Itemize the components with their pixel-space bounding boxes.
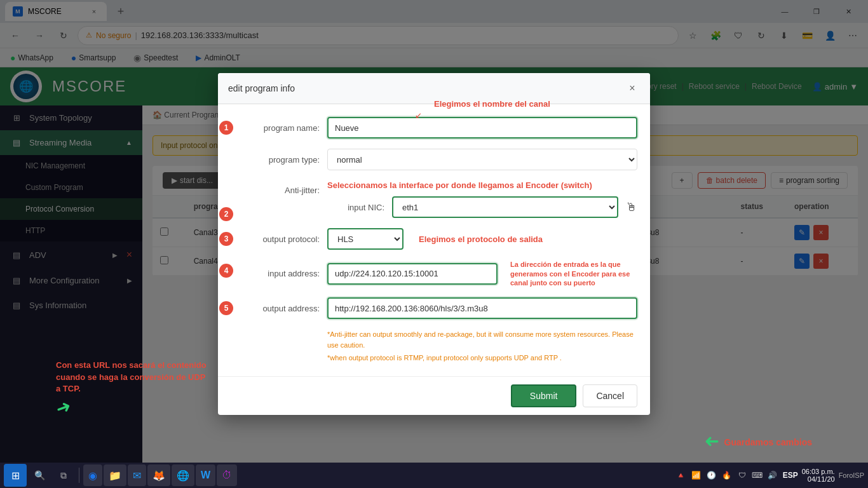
explorer-icon: 📁 [109, 470, 121, 482]
input-address-row: 4 input address: La dirección de entrada… [231, 260, 637, 287]
anti-jitter-row: 2 Anti-jitter: Seleccionamos la interfac… [231, 180, 637, 218]
taskbar-right: 🔺 📶 🕐 🔥 🛡 ⌨ 🔊 ESP 06:03 p.m. 04/11/20 Fo… [675, 468, 864, 483]
edge-icon: ◉ [88, 470, 97, 482]
input-address-label: input address: [231, 269, 320, 278]
extra-app-icon: ⏱ [222, 470, 232, 481]
fire-icon: 🔥 [721, 469, 733, 482]
taskview-button[interactable]: ⧉ [52, 464, 75, 487]
program-type-label: program type: [231, 155, 320, 165]
output-address-label: output address: [231, 304, 320, 313]
taskbar-app-word[interactable]: W [196, 464, 215, 486]
step4-badge: 4 [219, 264, 233, 278]
shield-tray-icon: 🛡 [736, 469, 749, 482]
step2-badge: 2 [219, 207, 233, 221]
step3-badge: 3 [219, 232, 233, 246]
modal-note1: *Anti-jitter can output smoothly and re-… [231, 329, 637, 350]
input-nic-sub-row: input NIC: eth1 eth0 🖱 [327, 196, 637, 218]
step1-annotation: Elegimos el nombre del canal [434, 99, 550, 109]
step5-annotation-text: Con esta URL nos sacará el contenido cua… [56, 360, 208, 395]
modal-overlay: edit program info × 1 program name: Eleg… [0, 0, 868, 488]
modal-note2: *when output protocol is RTMP, input pro… [231, 353, 637, 363]
firefox-icon: 🦊 [153, 470, 165, 482]
program-name-label: program name: [231, 123, 320, 133]
modal-footer: Submit Cancel [218, 376, 650, 415]
anti-jitter-label: Anti-jitter: [231, 186, 320, 195]
windows-icon: ⊞ [11, 470, 20, 482]
step5-arrow-icon: ➜ [53, 395, 74, 420]
step4-annotation-text: La dirección de entrada es la que genera… [510, 261, 630, 287]
step1-annotation-text: Elegimos el nombre del canal [434, 99, 550, 109]
tray-icons: 🔺 📶 🕐 🔥 🛡 ⌨ 🔊 [675, 469, 779, 482]
step1-badge: 1 [219, 121, 233, 135]
input-nic-select[interactable]: eth1 eth0 [392, 196, 618, 218]
program-type-row: program type: normal H.264 [231, 149, 637, 170]
taskbar-date: 04/11/20 [802, 475, 835, 483]
clock-tray-icon: 🕐 [705, 469, 718, 482]
taskbar-clock: 06:03 p.m. 04/11/20 [802, 468, 835, 483]
word-icon: W [201, 470, 210, 481]
submit-button[interactable]: Submit [511, 384, 577, 407]
program-name-row: 1 program name: Elegimos el nombre del c… [231, 117, 637, 139]
volume-icon: 🔊 [766, 469, 779, 482]
modal-close-button[interactable]: × [625, 81, 640, 96]
network-tray-icon: 🔺 [675, 469, 688, 482]
guardamos-annotation: ➜ Guardamos cambios [705, 431, 813, 452]
taskbar-app-explorer[interactable]: 📁 [104, 464, 126, 486]
input-nic-dropdown-icon[interactable]: 🖱 [626, 201, 637, 214]
language-indicator: ESP [783, 471, 798, 480]
taskbar-separator [79, 468, 79, 483]
step5-badge: 5 [219, 301, 233, 315]
program-type-select[interactable]: normal H.264 [327, 149, 637, 170]
input-nic-label: input NIC: [327, 203, 384, 212]
step2-annotation-text: Seleccionamos la interface por donde lle… [327, 180, 592, 190]
step4-annotation: La dirección de entrada es la que genera… [510, 260, 637, 287]
taskbar: ⊞ 🔍 ⧉ ◉ 📁 ✉ 🦊 🌐 W ⏱ 🔺 📶 🕐 🔥 🛡 ⌨ 🔊 E [0, 463, 868, 488]
taskbar-app-mail[interactable]: ✉ [128, 464, 146, 486]
wifi-icon: 📶 [690, 469, 703, 482]
edit-program-modal: edit program info × 1 program name: Eleg… [218, 73, 650, 414]
output-protocol-select[interactable]: HLS RTMP UDP RTP [327, 228, 403, 250]
taskbar-app-firefox[interactable]: 🦊 [147, 464, 170, 486]
taskbar-time: 06:03 p.m. [802, 468, 835, 475]
keyboard-icon: ⌨ [751, 469, 764, 482]
forolsp-label: ForoISP [839, 471, 864, 479]
guardamos-text: Guardamos cambios [724, 437, 813, 447]
step3-annotation: Elegimos el protocolo de salida [419, 234, 543, 244]
modal-body: 1 program name: Elegimos el nombre del c… [218, 104, 650, 376]
mail-icon: ✉ [133, 470, 141, 482]
taskview-icon: ⧉ [60, 470, 67, 481]
taskbar-app-edge[interactable]: ◉ [83, 464, 102, 486]
program-name-input[interactable] [327, 117, 637, 139]
output-protocol-row: 3 output protocol: HLS RTMP UDP RTP Eleg… [231, 228, 637, 250]
output-protocol-label: output protocol: [231, 234, 320, 244]
modal-title: edit program info [228, 83, 295, 93]
guardamos-arrow-icon: ➜ [705, 431, 719, 452]
output-address-input[interactable] [327, 297, 637, 319]
search-taskbar-button[interactable]: 🔍 [28, 464, 51, 487]
output-address-row: 5 output address: [231, 297, 637, 319]
input-address-input[interactable] [327, 263, 498, 285]
search-taskbar-icon: 🔍 [34, 470, 45, 480]
step5-outside-annotation: Con esta URL nos sacará el contenido cua… [56, 360, 208, 418]
start-button[interactable]: ⊞ [4, 464, 27, 487]
chrome-icon: 🌐 [177, 470, 189, 482]
step2-annotation: Seleccionamos la interface por donde lle… [327, 180, 637, 190]
cancel-button[interactable]: Cancel [583, 384, 637, 407]
taskbar-app-extra[interactable]: ⏱ [217, 464, 237, 486]
step1-arrow: ↙ [415, 111, 422, 120]
step3-annotation-text: Elegimos el protocolo de salida [419, 234, 543, 244]
taskbar-app-chrome[interactable]: 🌐 [172, 464, 194, 486]
